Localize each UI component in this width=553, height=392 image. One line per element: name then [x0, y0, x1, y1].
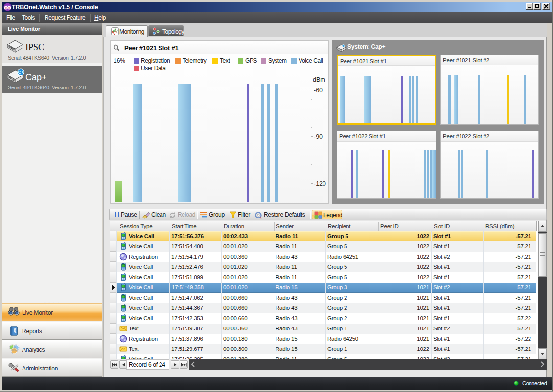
svg-text:C+: C+: [18, 70, 24, 75]
